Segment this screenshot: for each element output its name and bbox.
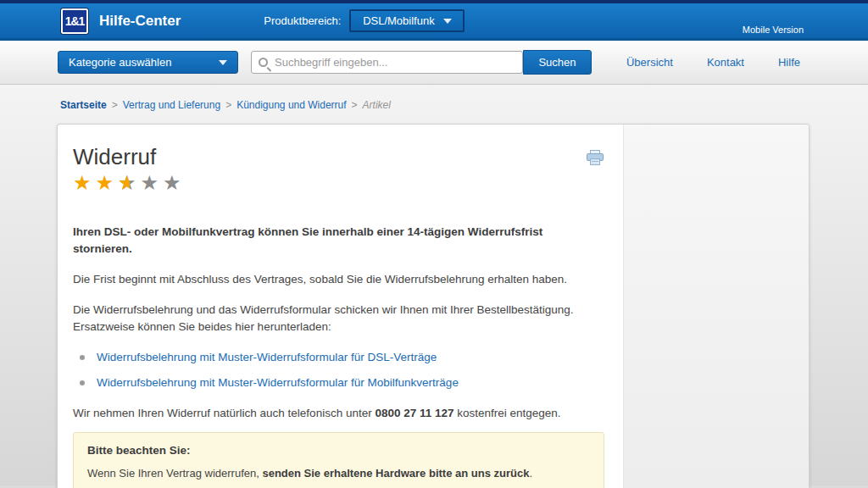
- download-link-list: Widerrufsbelehrung mit Muster-Widerrufsf…: [73, 349, 604, 391]
- chevron-down-icon: [219, 60, 227, 65]
- toolbar-link-kontakt[interactable]: Kontakt: [707, 56, 744, 69]
- breadcrumb-separator: >: [112, 99, 118, 111]
- breadcrumb-link[interactable]: Vertrag und Lieferung: [123, 99, 220, 111]
- star-icon[interactable]: ★: [141, 173, 164, 193]
- page-background: Startseite>Vertrag und Lieferung>Kündigu…: [0, 85, 868, 485]
- product-area-label: Produktbereich:: [264, 14, 341, 27]
- rating-stars[interactable]: ★★★★★★: [73, 173, 604, 193]
- search-button[interactable]: Suchen: [523, 50, 592, 75]
- chevron-down-icon: [443, 19, 452, 24]
- breadcrumb-separator: >: [225, 99, 231, 111]
- print-icon[interactable]: [586, 150, 604, 169]
- breadcrumb-link[interactable]: Kündigung und Widerruf: [236, 99, 346, 111]
- toolbar-link-übersicht[interactable]: Übersicht: [626, 56, 673, 69]
- notice-title: Bitte beachten Sie:: [87, 444, 590, 457]
- phone-number: 0800 27 11 127: [375, 407, 453, 419]
- notice-text: Wenn Sie Ihren Vertrag widerrufen, sende…: [87, 466, 590, 481]
- page-title: Widerruf: [73, 145, 604, 169]
- article-paragraph-frist: Die Frist beginnt mit Abschluss des Vert…: [73, 271, 604, 288]
- breadcrumb-current: Artikel: [363, 99, 391, 111]
- product-area-value: DSL/Mobilfunk: [363, 14, 435, 27]
- download-link[interactable]: Widerrufsbelehrung mit Muster-Widerrufsf…: [97, 351, 437, 363]
- article-intro: Ihren DSL- oder Mobilfunkvertrag können …: [73, 224, 604, 258]
- star-icon[interactable]: ★★: [118, 173, 141, 193]
- download-list-item: Widerrufsbelehrung mit Muster-Widerrufsf…: [73, 374, 604, 391]
- notice-box: Bitte beachten Sie: Wenn Sie Ihren Vertr…: [73, 432, 604, 488]
- search-input[interactable]: [275, 56, 515, 69]
- article-paragraph-belehrung: Die Widerrufsbelehrung und das Widerrufs…: [73, 302, 604, 336]
- mobile-version-link[interactable]: Mobile Version: [743, 25, 804, 35]
- breadcrumb-separator: >: [352, 99, 358, 111]
- star-icon[interactable]: ★: [96, 173, 119, 193]
- article-sidebar: [623, 125, 809, 488]
- breadcrumb-link[interactable]: Startseite: [60, 99, 107, 111]
- toolbar-link-hilfe[interactable]: Hilfe: [778, 56, 800, 69]
- breadcrumb: Startseite>Vertrag und Lieferung>Kündigu…: [0, 85, 868, 111]
- download-list-item: Widerrufsbelehrung mit Muster-Widerrufsf…: [73, 349, 604, 366]
- toolbar: Kategorie auswählen Suchen ÜbersichtKont…: [0, 41, 868, 85]
- category-dropdown-button[interactable]: Kategorie auswählen: [58, 51, 238, 74]
- header: 1&1 Hilfe-Center Produktbereich: DSL/Mob…: [0, 0, 868, 41]
- star-icon[interactable]: ★: [163, 173, 186, 193]
- search-field[interactable]: [251, 51, 523, 74]
- search-area: Suchen: [251, 50, 592, 75]
- app-title: Hilfe-Center: [99, 13, 181, 30]
- search-icon: [259, 58, 268, 67]
- toolbar-links: ÜbersichtKontaktHilfe: [626, 56, 800, 69]
- article-content: Widerruf ★★★★★★ Ihren DSL- oder Mobilfun…: [58, 125, 623, 488]
- download-link[interactable]: Widerrufsbelehrung mit Muster-Widerrufsf…: [97, 376, 459, 389]
- product-area-dropdown[interactable]: DSL/Mobilfunk: [349, 9, 465, 32]
- brand-logo[interactable]: 1&1: [61, 8, 88, 34]
- category-dropdown-label: Kategorie auswählen: [69, 56, 171, 69]
- article-card: Widerruf ★★★★★★ Ihren DSL- oder Mobilfun…: [57, 124, 810, 488]
- article-paragraph-phone: Wir nehmen Ihren Widerruf natürlich auch…: [73, 405, 604, 422]
- star-icon[interactable]: ★: [73, 173, 96, 193]
- logo-text: 1&1: [65, 14, 85, 28]
